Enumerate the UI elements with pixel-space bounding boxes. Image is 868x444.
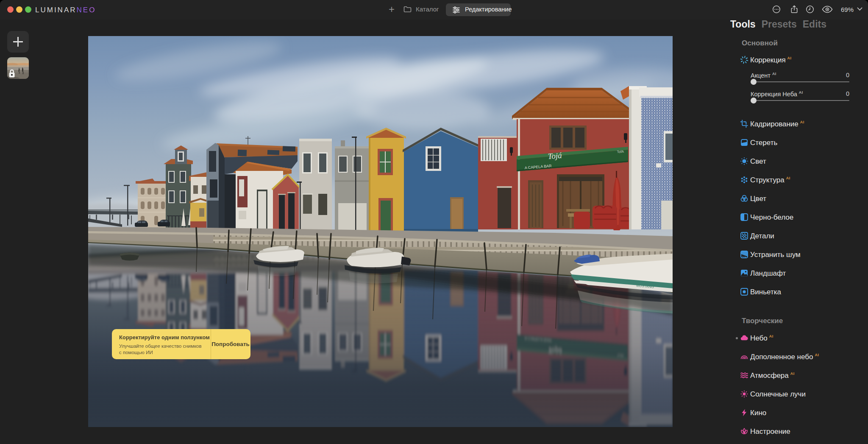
svg-text:Tojá: Tojá	[548, 151, 562, 161]
svg-text:TofA: TofA	[617, 150, 624, 154]
